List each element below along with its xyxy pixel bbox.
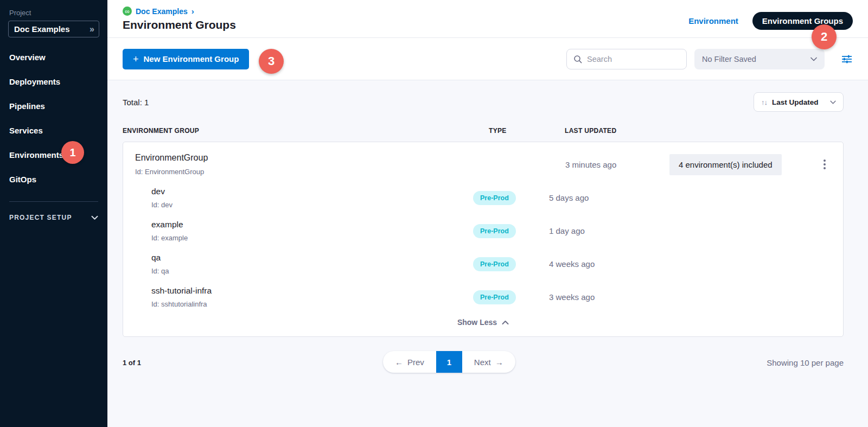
environment-count-button[interactable]: 4 environment(s) included bbox=[669, 154, 782, 175]
sidebar-nav: Overview Deployments Pipelines Services … bbox=[0, 45, 107, 192]
environment-name-cell: ssh-tutorial-infra Id: sshtutorialinfra bbox=[135, 286, 473, 308]
sidebar-section-project-setup[interactable]: PROJECT SETUP bbox=[9, 214, 98, 221]
sidebar: Project Doc Examples » Overview Deployme… bbox=[0, 0, 107, 427]
app-root: Project Doc Examples » Overview Deployme… bbox=[0, 0, 868, 427]
next-page-button[interactable]: Next → bbox=[462, 351, 515, 373]
environment-row[interactable]: qa Id: qa Pre-Prod 4 weeks ago bbox=[135, 253, 831, 275]
environment-id: Id: dev bbox=[151, 201, 473, 209]
sidebar-item-label: Services bbox=[9, 126, 43, 135]
sidebar-divider bbox=[9, 201, 98, 202]
sort-value: Last Updated bbox=[772, 98, 825, 106]
group-name: EnvironmentGroup bbox=[135, 153, 489, 163]
header-left: ∞ Doc Examples › Environment Groups bbox=[123, 7, 236, 31]
project-selector[interactable]: Doc Examples » bbox=[8, 21, 99, 37]
new-environment-group-label: New Environment Group bbox=[144, 54, 239, 63]
type-badge: Pre-Prod bbox=[473, 290, 516, 304]
group-name-cell: EnvironmentGroup Id: EnvironmentGroup bbox=[135, 153, 489, 176]
table-header: ENVIRONMENT GROUP TYPE LAST UPDATED bbox=[123, 127, 844, 135]
plus-icon: + bbox=[133, 54, 139, 64]
environment-last-updated: 5 days ago bbox=[549, 193, 653, 202]
tab-environment-groups[interactable]: Environment Groups bbox=[752, 12, 853, 30]
environment-type-cell: Pre-Prod bbox=[473, 257, 549, 271]
environment-name: example bbox=[151, 220, 473, 230]
annotation-step-3: 3 bbox=[259, 49, 284, 74]
sidebar-item-gitops[interactable]: GitOps bbox=[0, 167, 107, 192]
sidebar-item-services[interactable]: Services bbox=[0, 118, 107, 143]
saved-filter-select[interactable]: No Filter Saved bbox=[694, 49, 825, 69]
search-input[interactable] bbox=[587, 55, 680, 63]
column-last-updated: LAST UPDATED bbox=[565, 127, 844, 135]
tab-environment[interactable]: Environment bbox=[688, 16, 738, 26]
saved-filter-value: No Filter Saved bbox=[702, 55, 756, 63]
chevron-down-icon bbox=[91, 215, 98, 220]
group-id: Id: EnvironmentGroup bbox=[135, 168, 489, 176]
sidebar-item-label: Pipelines bbox=[9, 101, 45, 111]
sidebar-item-label: Overview bbox=[9, 53, 46, 62]
environment-id: Id: qa bbox=[151, 267, 473, 275]
prev-page-button[interactable]: ← Prev bbox=[383, 351, 436, 373]
environment-name: ssh-tutorial-infra bbox=[151, 286, 473, 296]
arrow-right-icon: → bbox=[495, 358, 503, 367]
environment-type-cell: Pre-Prod bbox=[473, 224, 549, 238]
total-count: Total: 1 bbox=[123, 98, 149, 107]
environment-last-updated: 1 day ago bbox=[549, 226, 653, 235]
environment-last-updated: 4 weeks ago bbox=[549, 259, 653, 269]
filter-settings-button[interactable] bbox=[841, 54, 853, 64]
environment-type-cell: Pre-Prod bbox=[473, 290, 549, 304]
infinity-icon: ∞ bbox=[125, 8, 130, 15]
breadcrumb-separator: › bbox=[192, 7, 194, 16]
sidebar-item-label: Environments bbox=[9, 150, 63, 160]
group-row[interactable]: EnvironmentGroup Id: EnvironmentGroup 3 … bbox=[135, 153, 831, 176]
page-summary: 1 of 1 bbox=[123, 359, 141, 367]
pagination: 1 of 1 ← Prev 1 Next → Showing 10 per pa… bbox=[123, 351, 844, 374]
new-environment-group-button[interactable]: + New Environment Group bbox=[123, 49, 249, 69]
sidebar-item-label: Deployments bbox=[9, 77, 60, 86]
per-page-label: Showing 10 per page bbox=[767, 358, 844, 367]
sidebar-item-overview[interactable]: Overview bbox=[0, 45, 107, 69]
search-icon bbox=[573, 55, 582, 63]
environment-name: qa bbox=[151, 253, 473, 263]
kebab-menu-icon[interactable] bbox=[821, 157, 828, 171]
sort-dropdown[interactable]: ↑↓ Last Updated bbox=[754, 92, 844, 112]
type-badge: Pre-Prod bbox=[473, 224, 516, 238]
next-label: Next bbox=[474, 358, 491, 367]
show-less-button[interactable]: Show Less bbox=[135, 308, 831, 332]
chevron-double-right-icon[interactable]: » bbox=[90, 24, 93, 34]
cd-module-icon: ∞ bbox=[123, 7, 132, 16]
environment-row[interactable]: ssh-tutorial-infra Id: sshtutorialinfra … bbox=[135, 286, 831, 308]
current-page-button[interactable]: 1 bbox=[436, 351, 462, 373]
environment-name-cell: example Id: example bbox=[135, 220, 473, 242]
page-title: Environment Groups bbox=[123, 18, 236, 31]
prev-label: Prev bbox=[407, 358, 424, 367]
breadcrumb-link-project[interactable]: Doc Examples bbox=[136, 7, 188, 16]
column-type: TYPE bbox=[489, 127, 565, 135]
environment-id: Id: sshtutorialinfra bbox=[151, 300, 473, 308]
environment-last-updated: 3 weeks ago bbox=[549, 292, 653, 302]
show-less-label: Show Less bbox=[457, 318, 497, 327]
environment-group-card: EnvironmentGroup Id: EnvironmentGroup 3 … bbox=[123, 142, 844, 337]
environment-row[interactable]: dev Id: dev Pre-Prod 5 days ago bbox=[135, 187, 831, 209]
group-last-updated: 3 minutes ago bbox=[565, 160, 669, 169]
environment-row[interactable]: example Id: example Pre-Prod 1 day ago bbox=[135, 220, 831, 242]
pager: ← Prev 1 Next → bbox=[383, 351, 515, 373]
sort-arrows-icon: ↑↓ bbox=[761, 98, 767, 106]
sidebar-item-label: GitOps bbox=[9, 175, 36, 184]
column-environment-group: ENVIRONMENT GROUP bbox=[123, 127, 489, 135]
chevron-down-icon bbox=[830, 100, 836, 104]
type-badge: Pre-Prod bbox=[473, 191, 516, 205]
sidebar-item-deployments[interactable]: Deployments bbox=[0, 69, 107, 94]
main-area: 2 ∞ Doc Examples › Environment Groups En… bbox=[107, 0, 868, 427]
type-badge: Pre-Prod bbox=[473, 257, 516, 271]
page-header: ∞ Doc Examples › Environment Groups Envi… bbox=[107, 0, 868, 38]
environment-type-cell: Pre-Prod bbox=[473, 191, 549, 205]
group-actions-cell: 4 environment(s) included bbox=[669, 154, 831, 175]
search-box[interactable] bbox=[566, 49, 687, 69]
project-label: Project bbox=[9, 9, 107, 17]
environment-id: Id: example bbox=[151, 234, 473, 242]
environment-name-cell: qa Id: qa bbox=[135, 253, 473, 275]
content: Total: 1 ↑↓ Last Updated ENVIRONMENT GRO… bbox=[107, 80, 868, 427]
annotation-step-1: 1 bbox=[61, 141, 84, 164]
sidebar-item-environments[interactable]: Environments bbox=[0, 143, 107, 167]
sidebar-item-pipelines[interactable]: Pipelines bbox=[0, 94, 107, 118]
project-name: Doc Examples bbox=[14, 24, 70, 34]
